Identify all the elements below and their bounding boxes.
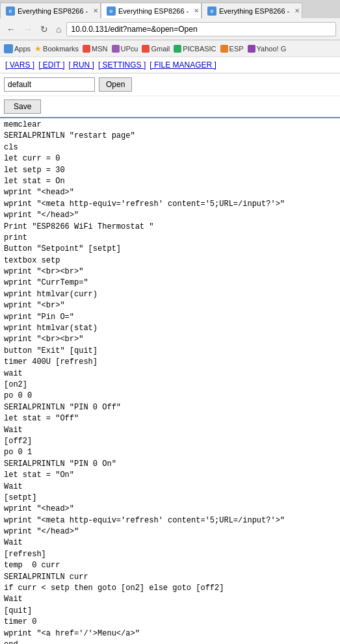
bookmark-esp[interactable]: ESP: [220, 45, 244, 53]
tab-3[interactable]: e Everything ESP8266 - ✕: [202, 3, 302, 18]
tab-2[interactable]: e Everything ESP8266 - ✕: [101, 3, 202, 18]
save-button[interactable]: Save: [4, 99, 41, 114]
save-row: Save: [0, 96, 340, 117]
yahoo-icon: [248, 45, 255, 53]
bookmark-bookmarks[interactable]: ★ Bookmarks: [34, 44, 79, 53]
nav-vars[interactable]: [ VARS ]: [4, 60, 36, 70]
gmail-icon: [142, 45, 150, 53]
reload-button[interactable]: ↻: [38, 23, 51, 36]
tab-1[interactable]: e Everything ESP8266 - ✕: [0, 3, 101, 18]
msn-icon: [83, 45, 90, 53]
tab-favicon-2: e: [107, 6, 116, 16]
tab-close-1[interactable]: ✕: [93, 7, 98, 14]
bookmark-apps[interactable]: Apps: [4, 44, 31, 53]
code-editor[interactable]: memclear SERIALPRINTLN "restart page" cl…: [0, 117, 340, 644]
tab-label-2: Everything ESP8266 -: [118, 7, 189, 15]
page-content: [ VARS ] [ EDIT ] [ RUN ] [ SETTINGS ] […: [0, 57, 340, 644]
upcu-icon: [112, 45, 120, 53]
bookmark-msn[interactable]: MSN: [83, 45, 107, 53]
filename-input[interactable]: [4, 77, 95, 92]
nav-filemanager[interactable]: [ FILE MANAGER ]: [148, 60, 218, 70]
nav-settings[interactable]: [ SETTINGS ]: [97, 60, 147, 70]
apps-icon: [4, 44, 13, 53]
tab-label-3: Everything ESP8266 -: [219, 7, 289, 15]
filename-row: Open: [0, 73, 340, 96]
back-button[interactable]: ←: [4, 23, 18, 36]
star-icon: ★: [34, 44, 42, 53]
bookmark-upcu[interactable]: UPcu: [112, 45, 138, 53]
tab-close-2[interactable]: ✕: [194, 7, 199, 14]
browser-tabs: e Everything ESP8266 - ✕ e Everything ES…: [0, 0, 340, 18]
tab-favicon-3: e: [207, 6, 216, 16]
nav-menu: [ VARS ] [ EDIT ] [ RUN ] [ SETTINGS ] […: [0, 57, 340, 73]
bookmark-picbasic[interactable]: PICBASIC: [174, 45, 216, 53]
picbasic-icon: [174, 45, 181, 53]
home-button[interactable]: ⌂: [53, 23, 64, 36]
esp-icon: [220, 45, 228, 53]
tab-label-1: Everything ESP8266 -: [18, 7, 88, 15]
browser-toolbar: ← → ↻ ⌂: [0, 18, 340, 40]
content-wrapper: memclear SERIALPRINTLN "restart page" cl…: [0, 117, 340, 644]
nav-run[interactable]: [ RUN ]: [68, 60, 96, 70]
bookmarks-bar: Apps ★ Bookmarks MSN UPcu Gmail PICBASIC…: [0, 40, 340, 57]
open-button[interactable]: Open: [99, 77, 132, 92]
bookmark-gmail[interactable]: Gmail: [142, 45, 170, 53]
tab-favicon-1: e: [6, 6, 15, 16]
nav-edit[interactable]: [ EDIT ]: [37, 60, 66, 70]
tab-close-3[interactable]: ✕: [294, 7, 300, 14]
forward-button[interactable]: →: [21, 23, 35, 36]
address-bar[interactable]: [66, 22, 336, 36]
bookmark-yahoo[interactable]: Yahoo! G: [248, 45, 287, 53]
